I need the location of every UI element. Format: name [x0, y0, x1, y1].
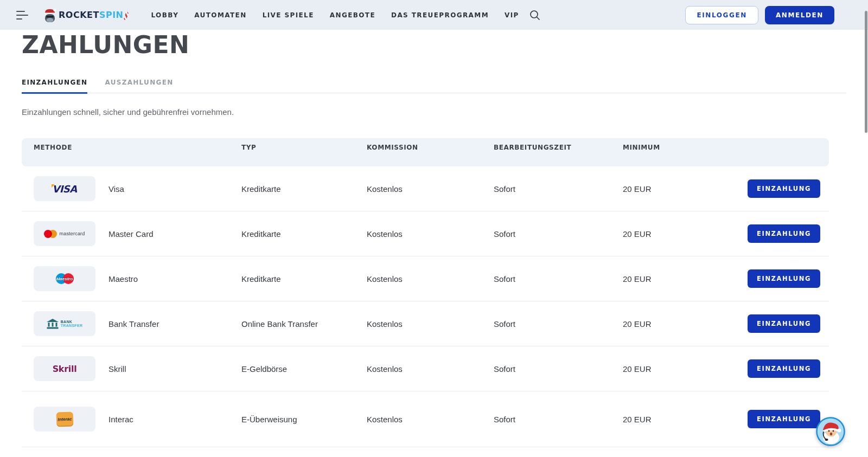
- table-header-row: METHODE TYP KOMMISSION BEARBEITUNGSZEIT …: [22, 138, 829, 166]
- candy-cane-icon: [123, 12, 128, 21]
- table-row: InteracInteracE-ÜberweisungKostenlosSofo…: [22, 391, 829, 447]
- live-chat-widget[interactable]: [816, 417, 845, 446]
- method-type: E-Geldbörse: [241, 364, 367, 374]
- column-header-kommission: KOMMISSION: [367, 144, 494, 151]
- table-row: SkrillSkrillE-GeldbörseKostenlosSofort20…: [22, 346, 829, 391]
- deposit-button[interactable]: EINZAHLUNG: [748, 179, 820, 198]
- deposit-button[interactable]: EINZAHLUNG: [748, 269, 820, 288]
- nav-item-live-spiele[interactable]: LIVE SPIELE: [263, 11, 314, 19]
- deposit-button[interactable]: EINZAHLUNG: [748, 359, 820, 378]
- page-description: Einzahlungen schnell, sicher und gebühre…: [22, 107, 829, 117]
- method-minimum: 20 EUR: [623, 229, 756, 239]
- nav-item-vip[interactable]: VIP: [505, 11, 519, 19]
- search-icon[interactable]: [529, 9, 541, 21]
- signup-button[interactable]: ANMELDEN: [765, 6, 834, 24]
- auth-buttons: EINLOGGEN ANMELDEN: [685, 6, 834, 24]
- method-processing-time: Sofort: [494, 274, 623, 284]
- payments-tabs: EINZAHLUNGEN AUSZAHLUNGEN: [22, 79, 846, 93]
- method-type: Kreditkarte: [241, 229, 367, 239]
- mastercard-logo-icon: mastercard: [44, 230, 85, 238]
- method-type: Kreditkarte: [241, 274, 367, 284]
- visa-logo-icon: VISA: [52, 183, 77, 195]
- method-processing-time: Sofort: [494, 415, 623, 424]
- method-name: Bank Transfer: [108, 319, 241, 329]
- method-commission: Kostenlos: [367, 364, 494, 374]
- method-processing-time: Sofort: [494, 184, 623, 194]
- column-header-methode: METHODE: [34, 144, 241, 151]
- payment-logo-tile: mastercard: [34, 221, 95, 246]
- payment-logo-tile: VISA: [34, 176, 95, 201]
- deposit-button[interactable]: EINZAHLUNG: [748, 410, 820, 428]
- scrollbar-thumb[interactable]: [865, 11, 867, 133]
- payments-page: ZAHLUNGEN EINZAHLUNGEN AUSZAHLUNGEN Einz…: [22, 30, 829, 447]
- method-name: Visa: [108, 184, 241, 194]
- method-processing-time: Sofort: [494, 364, 623, 374]
- method-minimum: 20 EUR: [623, 274, 756, 284]
- method-processing-time: Sofort: [494, 319, 623, 329]
- login-button[interactable]: EINLOGGEN: [685, 6, 758, 24]
- skrill-logo-icon: Skrill: [53, 364, 77, 374]
- main-nav: LOBBY AUTOMATEN LIVE SPIELE ANGEBOTE DAS…: [151, 11, 519, 19]
- nav-item-automaten[interactable]: AUTOMATEN: [194, 11, 246, 19]
- method-processing-time: Sofort: [494, 229, 623, 239]
- deposit-button[interactable]: EINZAHLUNG: [748, 314, 820, 333]
- maestro-logo-icon: Maestro: [56, 273, 74, 284]
- method-name: Interac: [108, 415, 241, 424]
- table-row: VISAVisaKreditkarteKostenlosSofort20 EUR…: [22, 166, 829, 211]
- payments-table-body: VISAVisaKreditkarteKostenlosSofort20 EUR…: [22, 166, 829, 447]
- payment-logo-tile: BANKTRANSFER: [34, 311, 95, 336]
- table-row: BANKTRANSFERBank TransferOnline Bank Tra…: [22, 301, 829, 346]
- nav-item-lobby[interactable]: LOBBY: [151, 11, 179, 19]
- method-minimum: 20 EUR: [623, 364, 756, 374]
- method-commission: Kostenlos: [367, 184, 494, 194]
- tab-einzahlungen[interactable]: EINZAHLUNGEN: [22, 79, 87, 94]
- deposit-button[interactable]: EINZAHLUNG: [748, 224, 820, 243]
- method-commission: Kostenlos: [367, 229, 494, 239]
- tab-auszahlungen[interactable]: AUSZAHLUNGEN: [105, 79, 173, 93]
- column-header-typ: TYP: [241, 144, 367, 151]
- method-type: E-Überweisung: [241, 415, 367, 424]
- hamburger-menu-icon[interactable]: [16, 11, 29, 20]
- payment-logo-tile: Maestro: [34, 266, 95, 291]
- payments-table: METHODE TYP KOMMISSION BEARBEITUNGSZEIT …: [22, 138, 829, 447]
- method-commission: Kostenlos: [367, 415, 494, 424]
- column-header-minimum: MINIMUM: [623, 144, 756, 151]
- method-name: Master Card: [108, 229, 241, 239]
- payment-logo-tile: Interac: [34, 407, 95, 432]
- bank-transfer-logo-icon: BANKTRANSFER: [47, 319, 83, 329]
- method-commission: Kostenlos: [367, 274, 494, 284]
- method-name: Skrill: [108, 364, 241, 374]
- santa-headset-icon: [816, 417, 845, 446]
- brand-logo[interactable]: ROCKETSPIN: [43, 8, 127, 23]
- method-type: Kreditkarte: [241, 184, 367, 194]
- method-commission: Kostenlos: [367, 319, 494, 329]
- brand-wordmark: ROCKETSPIN: [59, 10, 124, 20]
- nav-item-angebote[interactable]: ANGEBOTE: [330, 11, 375, 19]
- nav-item-treueprogramm[interactable]: DAS TREUEPROGRAMM: [391, 11, 489, 19]
- top-navigation-bar: ROCKETSPIN LOBBY AUTOMATEN LIVE SPIELE A…: [0, 0, 868, 30]
- method-minimum: 20 EUR: [623, 184, 756, 194]
- payment-logo-tile: Skrill: [34, 356, 95, 381]
- gorilla-santa-icon: [43, 8, 56, 23]
- method-minimum: 20 EUR: [623, 319, 756, 329]
- column-header-bearbeitungszeit: BEARBEITUNGSZEIT: [494, 144, 623, 151]
- method-minimum: 20 EUR: [623, 415, 756, 424]
- interac-logo-icon: Interac: [56, 411, 73, 427]
- table-row: MaestroMaestroKreditkarteKostenlosSofort…: [22, 256, 829, 301]
- table-row: mastercardMaster CardKreditkarteKostenlo…: [22, 211, 829, 256]
- method-name: Maestro: [108, 274, 241, 284]
- method-type: Online Bank Transfer: [241, 319, 367, 329]
- page-title: ZAHLUNGEN: [22, 32, 829, 58]
